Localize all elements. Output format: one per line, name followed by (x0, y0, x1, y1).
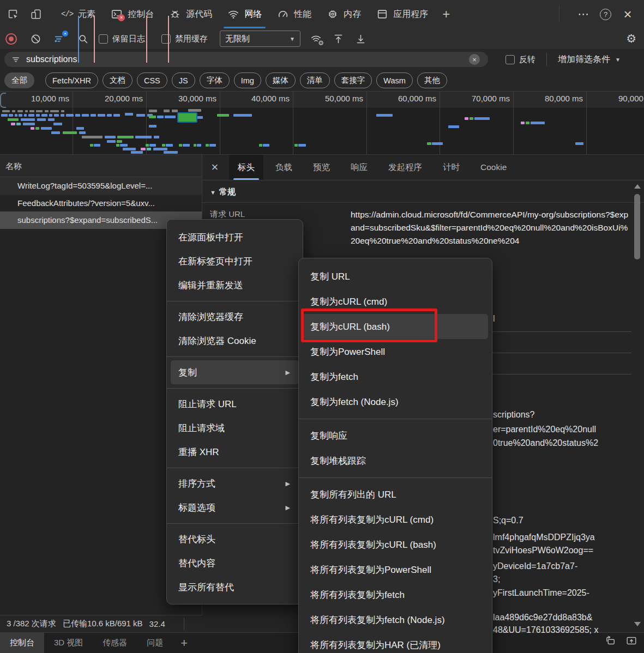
type-filter-button[interactable]: 套接字 (334, 72, 372, 88)
drawer-corner-icons (604, 634, 637, 646)
context-menu-item[interactable]: 复制 ▶ (171, 360, 299, 384)
details-tab[interactable]: 响应 (342, 155, 376, 180)
copy-submenu-item[interactable]: 复制堆栈跟踪 (303, 448, 488, 473)
rotate-device-icon[interactable] (604, 634, 616, 646)
type-filter-button[interactable]: 全部 (4, 72, 34, 88)
menu-divider (167, 388, 303, 389)
drawer-tab[interactable]: 问题 (137, 633, 173, 653)
main-tab[interactable]: </> 元素 (53, 0, 103, 28)
checkbox[interactable] (505, 55, 515, 64)
details-tab[interactable]: 标头 (229, 155, 263, 180)
type-filter-button[interactable]: 清单 (300, 72, 330, 88)
record-network-log-button[interactable] (5, 33, 17, 45)
type-filter-button[interactable]: 文档 (103, 72, 133, 88)
copy-submenu-item[interactable]: 复制 URL (303, 264, 488, 289)
checkbox[interactable] (161, 34, 171, 44)
more-options-button[interactable]: ⋯ (573, 8, 594, 21)
context-menu-item[interactable]: 清除浏览器缓存 (171, 305, 299, 329)
network-settings-gear-icon[interactable]: ⚙ (626, 32, 636, 45)
clear-network-log-icon[interactable] (30, 33, 41, 45)
add-panel-button[interactable]: + (436, 7, 456, 22)
copy-submenu-item[interactable]: 复制为PowerShell (303, 339, 488, 364)
context-menu-item[interactable]: 重播 XHR (171, 440, 299, 464)
context-menu-item[interactable]: 排序方式 ▶ (171, 471, 299, 495)
copy-submenu-item[interactable]: 复制为fetch (303, 364, 488, 389)
request-row[interactable]: FeedbackAttributes/?version=5&uxv... (0, 195, 202, 212)
drawer-tab[interactable]: 传感器 (93, 633, 137, 653)
copy-submenu-item[interactable]: 将所有列表复制为HAR (已清理) (303, 632, 488, 653)
expand-panel-icon[interactable] (625, 634, 637, 646)
overview-grip[interactable] (0, 93, 6, 108)
network-overview-timeline[interactable]: 10,000 ms 20,000 ms 30,000 ms 40,000 ms … (0, 92, 644, 154)
context-menu-item[interactable]: 编辑并重新发送 (171, 273, 299, 297)
type-filter-button[interactable]: Fetch/XHR (45, 72, 98, 88)
main-tab[interactable]: 源代码 (161, 0, 220, 28)
help-button[interactable]: ? (600, 9, 611, 20)
close-details-button[interactable]: × (202, 155, 227, 180)
checkbox[interactable] (99, 34, 108, 44)
details-tab[interactable]: Cookie (472, 155, 515, 180)
scrollbar-down-arrow[interactable] (634, 622, 641, 626)
type-filter-button[interactable]: JS (172, 72, 195, 88)
details-tab[interactable]: 预览 (304, 155, 339, 180)
name-column-header[interactable]: 名称 (0, 155, 202, 177)
context-menu-item[interactable]: 显示所有替代 (171, 575, 299, 599)
main-tab[interactable]: 性能 (269, 0, 319, 28)
copy-submenu-item[interactable]: 将所有列表复制为cURL (cmd) (303, 507, 488, 532)
timeline-tick: 10,000 ms (0, 92, 73, 154)
context-menu-item[interactable]: 阻止请求 URL (171, 392, 299, 416)
type-filter-button[interactable]: 其他 (417, 72, 447, 88)
inspect-element-icon[interactable] (3, 4, 23, 24)
main-tab[interactable]: 网络 (220, 0, 269, 28)
copy-submenu-item[interactable]: 将所有列表复制为fetch (Node.js) (303, 607, 488, 632)
context-menu-item[interactable]: 阻止请求域 (171, 416, 299, 440)
clear-filter-button[interactable]: × (469, 54, 480, 65)
import-har-icon[interactable] (333, 33, 344, 45)
copy-submenu-item[interactable]: 复制为fetch (Node.js) (303, 389, 488, 414)
copy-submenu-item[interactable]: 复制响应 (303, 423, 488, 448)
filter-input[interactable]: subscriptions × (4, 52, 488, 67)
context-menu-item[interactable]: 清除浏览器 Cookie (171, 329, 299, 353)
scrollbar-thumb[interactable] (634, 194, 640, 259)
network-conditions-icon[interactable]: ⚙ (310, 33, 322, 45)
disable-cache-checkbox[interactable]: 禁用缓存 (161, 34, 208, 44)
filter-toggle-icon[interactable]: × (53, 33, 65, 45)
request-url-value[interactable]: https://admin.cloud.microsoft/fd/Commerc… (351, 208, 632, 247)
close-devtools-button[interactable]: × (617, 9, 639, 20)
type-filter-button[interactable]: 媒体 (266, 72, 296, 88)
general-section-header[interactable]: ▼常规 (202, 180, 644, 203)
copy-submenu-item[interactable]: 复制所有列出的 URL (303, 482, 488, 507)
device-toolbar-icon[interactable] (26, 4, 46, 24)
main-tab[interactable]: 应用程序 (369, 0, 436, 28)
scrollbar-up-arrow[interactable] (634, 184, 641, 189)
throttling-select[interactable]: 无限制 ▼ (220, 31, 300, 47)
main-tab[interactable]: × 控制台 (103, 0, 161, 28)
transferred-size: 已传输10.6 kB/691 kB (63, 619, 143, 629)
request-row[interactable]: WriteLog?tagId=503595&logLevel=... (0, 177, 202, 195)
search-icon[interactable] (77, 33, 89, 45)
copy-submenu-item[interactable]: 将所有列表复制为cURL (bash) (303, 532, 488, 557)
type-filter-button[interactable]: CSS (137, 72, 167, 88)
type-filter-button[interactable]: 字体 (200, 72, 230, 88)
add-drawer-tab-button[interactable]: + (173, 633, 195, 653)
copy-submenu-item[interactable]: 将所有列表复制为PowerShell (303, 557, 488, 582)
drawer-tab[interactable]: 控制台 (0, 633, 44, 653)
drawer-tab[interactable]: 3D 视图 (44, 633, 93, 653)
details-tab[interactable]: 计时 (434, 155, 468, 180)
more-filters-dropdown[interactable]: 增加筛选条件 ▼ (558, 54, 621, 65)
context-menu-item[interactable]: 替代内容 (171, 551, 299, 575)
context-menu-item[interactable]: 在源面板中打开 (171, 225, 299, 249)
export-har-icon[interactable] (355, 33, 366, 45)
context-menu-item[interactable]: 在新标签页中打开 (171, 249, 299, 273)
preserve-log-checkbox[interactable]: 保留日志 (99, 34, 145, 44)
type-filter-button[interactable]: Wasm (376, 72, 413, 88)
copy-submenu-item[interactable]: 将所有列表复制为fetch (303, 582, 488, 607)
context-menu-item[interactable]: 标题选项 ▶ (171, 495, 299, 519)
menu-divider (167, 523, 303, 524)
main-tab[interactable]: 内存 (319, 0, 369, 28)
invert-filter-checkbox[interactable]: 反转 (505, 55, 535, 65)
details-tab[interactable]: 发起程序 (380, 155, 431, 180)
details-tab[interactable]: 负载 (267, 155, 301, 180)
type-filter-button[interactable]: Img (234, 72, 261, 88)
context-menu-item[interactable]: 替代标头 (171, 527, 299, 551)
